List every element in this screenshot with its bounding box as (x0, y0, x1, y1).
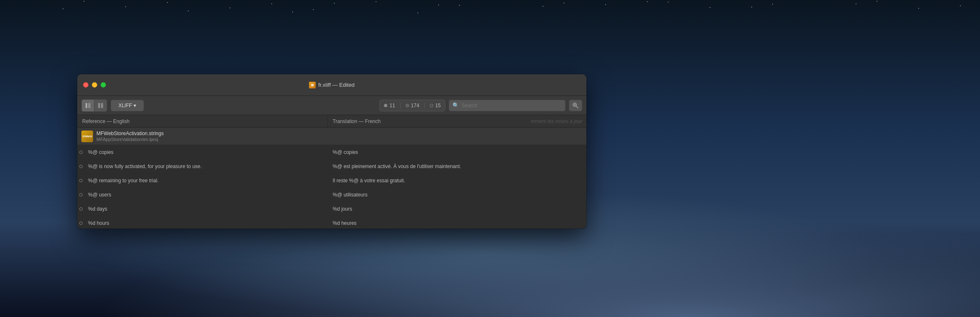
row-status-indicator (77, 151, 85, 154)
traffic-lights (83, 82, 106, 88)
column-header-source: Reference — English (77, 115, 328, 127)
svg-rect-0 (86, 103, 87, 108)
star (376, 1, 376, 2)
translation-cell: %d jours (328, 206, 586, 212)
star (563, 3, 564, 3)
search-bar: 🔍 (449, 100, 566, 111)
row-status-indicator (77, 193, 85, 196)
stat-divider-2 (424, 102, 425, 109)
table-row[interactable]: %@ remaining to your free trial. Il rest… (77, 174, 586, 188)
main-window: ▤ fr.xliff — Edited XLIFF ▾ (77, 74, 586, 229)
stat-dot-1 (384, 104, 387, 107)
star (960, 5, 961, 6)
star (876, 1, 877, 2)
table-row[interactable]: %@ users %@ utilisateurs (77, 188, 586, 202)
file-type-icon: ▤ (309, 82, 316, 88)
status-circle-icon (79, 151, 83, 154)
svg-rect-1 (88, 103, 91, 108)
star (668, 2, 669, 3)
table-row[interactable]: %@ copies %@ copies (77, 145, 586, 159)
table-row[interactable]: %d hours %d heures (77, 216, 586, 229)
star (605, 4, 606, 5)
row-status-indicator (77, 179, 85, 182)
source-cell: %@ copies (85, 149, 328, 155)
status-circle-icon (79, 221, 83, 225)
row-status-indicator (77, 207, 85, 211)
row-status-indicator (77, 221, 85, 225)
star (313, 9, 314, 10)
star (710, 7, 710, 8)
star (438, 5, 439, 5)
translation-column-label: Translation — French (333, 118, 381, 124)
titlebar: ▤ fr.xliff — Edited (77, 74, 586, 96)
source-cell: %@ remaining to your free trial. (85, 178, 328, 184)
minimize-button[interactable] (92, 82, 97, 88)
stat-item-1: 11 (384, 103, 395, 108)
columns-view-button[interactable] (94, 100, 107, 111)
source-cell: %d hours (85, 220, 328, 226)
star (188, 10, 189, 11)
table-row[interactable]: %d days %d jours (77, 202, 586, 216)
row-status-indicator (77, 165, 85, 168)
star (647, 1, 648, 2)
status-circle-icon (79, 165, 83, 168)
file-name: MFWebStoreActivation.strings (96, 131, 164, 136)
star (63, 8, 63, 9)
stat-dot-2 (406, 104, 409, 107)
xliff-label: XLIFF (119, 103, 132, 108)
star (292, 12, 293, 13)
star (856, 3, 856, 4)
star (772, 4, 773, 5)
file-info: MFWebStoreActivation.strings MFAppStoreV… (96, 131, 164, 142)
sidebar-view-button[interactable] (82, 100, 94, 111)
stat-count-1: 11 (389, 103, 395, 108)
stat-count-2: 174 (411, 103, 419, 108)
status-circle-icon (79, 207, 83, 211)
toolbar: XLIFF ▾ 11 174 15 🔍 (77, 96, 586, 115)
search-options-icon (572, 102, 579, 109)
stat-item-2: 174 (406, 103, 419, 108)
search-options-button[interactable] (569, 100, 582, 111)
xliff-dropdown-button[interactable]: XLIFF ▾ (111, 100, 144, 111)
window-title-text: fr.xliff — Edited (318, 82, 354, 88)
translation-cell: %@ est pleinement activé. À vous de l'ut… (328, 164, 586, 169)
status-circle-icon (79, 179, 83, 182)
stat-item-3: 15 (430, 103, 441, 108)
star (167, 2, 168, 3)
close-button[interactable] (83, 82, 88, 88)
star (334, 3, 335, 4)
column-header-translation: Translation — French mment les mises à j… (328, 115, 586, 127)
svg-rect-3 (101, 103, 103, 108)
stats-badge: 11 174 15 (379, 100, 445, 111)
stat-dot-3 (430, 104, 433, 107)
search-icon: 🔍 (452, 102, 459, 108)
view-toggle-group (81, 99, 107, 112)
table-content: STRINGS MFWebStoreActivation.strings MFA… (77, 128, 586, 229)
svg-line-5 (576, 106, 578, 108)
table-row[interactable]: %@ is now fully activated, for your plea… (77, 159, 586, 174)
star (230, 8, 230, 8)
translation-cell: %@ utilisateurs (328, 192, 586, 198)
window-title: ▤ fr.xliff — Edited (309, 82, 354, 88)
star (125, 6, 126, 7)
translation-cell: Il reste %@ à votre essai gratuit. (328, 178, 586, 184)
translation-cell: %d heures (328, 220, 586, 226)
status-circle-icon (79, 193, 83, 196)
source-cell: %@ is now fully activated, for your plea… (85, 164, 328, 169)
translation-cell: %@ copies (328, 149, 586, 155)
search-input[interactable] (462, 103, 562, 108)
file-row: STRINGS MFWebStoreActivation.strings MFA… (77, 128, 586, 145)
maximize-button[interactable] (101, 82, 106, 88)
stat-count-3: 15 (435, 103, 441, 108)
source-column-label: Reference — English (82, 118, 129, 124)
column-headers: Reference — English Translation — French… (77, 115, 586, 128)
file-path: MFAppStoreValidation/en.lproj (96, 137, 164, 142)
stat-divider-1 (400, 102, 401, 109)
star (417, 13, 418, 13)
columns-icon (98, 103, 104, 108)
star (83, 1, 84, 2)
source-cell: %@ users (85, 192, 328, 198)
star (543, 6, 543, 7)
svg-rect-2 (98, 103, 100, 108)
star (459, 5, 460, 6)
